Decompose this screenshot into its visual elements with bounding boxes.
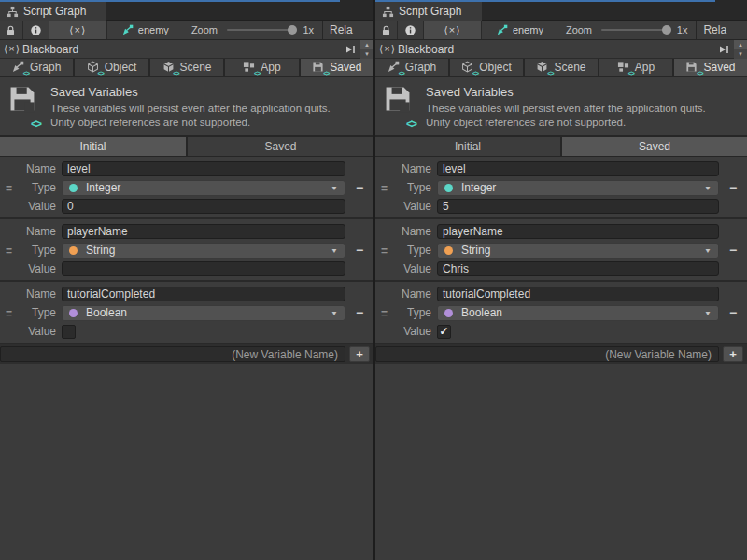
variable-value-text: 5	[443, 200, 449, 213]
state-tab-saved[interactable]: Saved	[188, 137, 374, 156]
scroll-up-button[interactable]: ▲	[360, 40, 374, 49]
value-label: Value	[396, 262, 431, 275]
state-tab-initial[interactable]: Initial	[0, 137, 186, 156]
tab-label: Scene	[180, 61, 212, 74]
tab-label: App	[635, 61, 655, 74]
variable-row-tutorialCompleted: Name tutorialCompleted = Type Boolean ▼ …	[375, 282, 747, 344]
info-button[interactable]	[398, 21, 424, 39]
code-badge-icon: <>	[323, 70, 329, 77]
drag-handle[interactable]: =	[381, 245, 388, 258]
new-variable-row: (New Variable Name) +	[375, 344, 747, 364]
script-graph-asset-icon	[122, 24, 134, 35]
graph-asset-breadcrumb[interactable]: enemy	[497, 24, 543, 35]
variable-value-checkbox[interactable]: ✓	[62, 325, 76, 339]
tab-scene[interactable]: <> Scene	[150, 59, 223, 76]
variable-type-dropdown[interactable]: String ▼	[437, 243, 719, 259]
lock-button[interactable]	[375, 21, 398, 39]
name-label: Name	[396, 287, 431, 301]
variable-type-dropdown[interactable]: Integer ▼	[437, 180, 719, 196]
zoom-slider[interactable]	[601, 29, 668, 31]
state-tab-saved[interactable]: Saved	[562, 137, 747, 156]
type-label: Type	[21, 181, 56, 194]
floppy-icon	[384, 85, 414, 113]
value-label: Value	[21, 200, 56, 213]
scroll-up-button[interactable]: ▲	[734, 40, 747, 49]
variable-name-input[interactable]: playerName	[437, 224, 719, 239]
relations-label-clipped: Rela	[330, 23, 374, 36]
graph-asset-breadcrumb[interactable]: enemy	[122, 24, 169, 35]
remove-variable-button[interactable]: −	[729, 306, 737, 319]
scroll-down-button[interactable]: ▼	[360, 49, 374, 59]
info-button[interactable]	[23, 21, 49, 39]
variable-value-input[interactable]: Chris	[437, 261, 719, 276]
name-label: Name	[396, 162, 431, 175]
remove-variable-button[interactable]: −	[356, 306, 363, 319]
saved-variables-floppy-icon: <>	[8, 85, 38, 130]
drag-handle[interactable]: =	[6, 307, 12, 320]
variable-name-input[interactable]: playerName	[62, 224, 345, 239]
variable-name-input[interactable]: level	[62, 161, 345, 176]
tab-label: Object	[105, 61, 137, 74]
variable-value-input[interactable]: 0	[62, 199, 345, 214]
dock-icon[interactable]	[715, 44, 732, 55]
new-variable-input[interactable]: (New Variable Name)	[375, 346, 719, 362]
saved-variables-header: <> Saved Variables These variables will …	[375, 77, 747, 135]
variable-name-value: level	[443, 162, 466, 175]
variable-type-dropdown[interactable]: Integer ▼	[62, 180, 345, 196]
tab-saved[interactable]: <> Saved	[301, 59, 374, 76]
tab-graph[interactable]: <> Graph	[0, 59, 73, 76]
dock-icon[interactable]	[342, 44, 359, 55]
code-preview-button[interactable]: ⟨×⟩	[49, 21, 107, 39]
remove-variable-button[interactable]: −	[729, 244, 737, 257]
tab-graph[interactable]: <> Graph	[375, 59, 448, 76]
script-graph-window-tab[interactable]: Script Graph	[0, 2, 106, 21]
state-tab-initial[interactable]: Initial	[375, 137, 560, 156]
new-variable-input[interactable]: (New Variable Name)	[0, 346, 345, 362]
tab-app[interactable]: <> App	[225, 59, 298, 76]
variable-name-input[interactable]: tutorialCompleted	[437, 287, 719, 301]
tab-saved[interactable]: <> Saved	[674, 59, 747, 76]
remove-variable-button[interactable]: −	[356, 244, 363, 257]
check-icon: ✓	[439, 326, 448, 337]
drag-handle[interactable]: =	[6, 245, 12, 258]
variable-type-value: Boolean	[461, 306, 704, 319]
script-graph-window-tab[interactable]: Script Graph	[375, 2, 482, 21]
lock-button[interactable]	[0, 21, 23, 39]
code-badge-icon: <>	[697, 70, 702, 77]
remove-variable-button[interactable]: −	[356, 181, 363, 194]
zoom-slider-handle[interactable]	[662, 25, 671, 35]
script-graph-asset-icon	[497, 24, 508, 35]
code-badge-icon: <>	[23, 70, 29, 77]
code-preview-button[interactable]: ⟨×⟩	[424, 21, 482, 39]
chevron-down-icon: ▼	[331, 309, 338, 316]
variable-value-checkbox[interactable]: ✓	[437, 325, 451, 339]
drag-handle[interactable]: =	[6, 182, 12, 195]
variable-name-input[interactable]: level	[437, 161, 719, 176]
add-variable-button[interactable]: +	[349, 346, 370, 362]
variable-value-input[interactable]: 5	[437, 199, 719, 214]
graph-asset-name: enemy	[138, 24, 169, 35]
type-label: Type	[21, 306, 56, 319]
variable-type-dropdown[interactable]: Boolean ▼	[437, 305, 719, 321]
variable-value-input[interactable]	[62, 261, 345, 276]
remove-variable-button[interactable]: −	[729, 181, 737, 194]
tab-app[interactable]: <> App	[599, 59, 672, 76]
variable-type-dropdown[interactable]: Boolean ▼	[62, 305, 345, 321]
name-label: Name	[21, 162, 56, 175]
variable-type-dropdown[interactable]: String ▼	[62, 243, 345, 259]
tab-object[interactable]: <> Object	[450, 59, 523, 76]
add-variable-button[interactable]: +	[723, 346, 743, 362]
drag-handle[interactable]: =	[381, 182, 388, 195]
variable-name-value: level	[67, 162, 91, 175]
tab-object[interactable]: <> Object	[75, 59, 148, 76]
unity-editor-workspace: Script Graph ⟨×⟩ enemy Zoom 1x Rela	[0, 0, 747, 560]
scroll-down-button[interactable]: ▼	[734, 49, 747, 59]
variable-name-value: playerName	[67, 225, 128, 238]
drag-handle[interactable]: =	[381, 307, 388, 320]
variable-name-input[interactable]: tutorialCompleted	[62, 287, 345, 301]
tab-scene[interactable]: <> Scene	[525, 59, 598, 76]
zoom-slider-handle[interactable]	[288, 25, 297, 35]
zoom-slider[interactable]	[227, 29, 293, 31]
tab-label: Saved	[703, 61, 735, 74]
zoom-value: 1x	[677, 24, 688, 35]
